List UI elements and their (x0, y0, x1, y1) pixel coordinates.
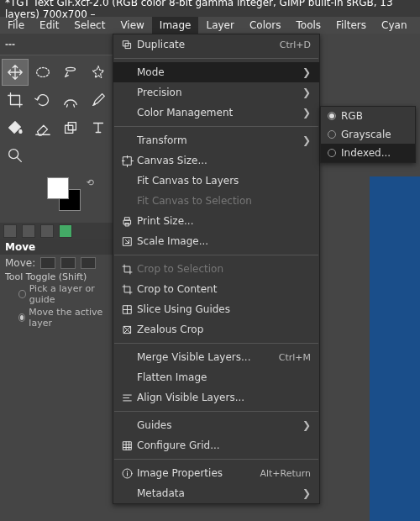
submenu-arrow-icon: ❯ (302, 66, 311, 78)
menu-separator (114, 459, 318, 460)
move-layer-icon[interactable] (40, 257, 55, 269)
move-tool-icon[interactable] (2, 59, 29, 86)
duplicate-icon (117, 39, 137, 51)
zealous-icon (117, 324, 137, 336)
menu-item-label: Transform (137, 134, 296, 146)
move-active-radio[interactable]: Move the active layer (0, 306, 113, 329)
text-tool-icon[interactable] (85, 114, 112, 141)
menu-item-label: Flatten Image (137, 371, 311, 383)
submenu-arrow-icon: ❯ (302, 107, 311, 118)
crop-tool-icon[interactable] (2, 87, 29, 113)
menu-image[interactable]: Image (152, 17, 199, 34)
move-selection-icon[interactable] (60, 257, 76, 269)
menu-item-label: Align Visible Layers... (137, 392, 311, 403)
menu-item-crop-to-content[interactable]: Crop to Content (113, 279, 319, 299)
content-area: ⟲ Move Move: Tool Toggle (Shift) Pick a … (0, 34, 420, 521)
toolbox-drag-handle[interactable] (0, 34, 113, 55)
menu-select[interactable]: Select (66, 17, 113, 34)
menu-windows[interactable]: Windows (415, 17, 420, 34)
fg-color-swatch[interactable] (47, 177, 69, 199)
mode-item-label: Indexed... (341, 147, 391, 159)
menu-item-label: Crop to Selection (137, 263, 311, 275)
swap-colors-icon[interactable]: ⟲ (87, 177, 94, 188)
menu-item-metadata[interactable]: Metadata❯ (113, 483, 319, 503)
menu-file[interactable]: File (0, 17, 32, 34)
brush-tool-icon[interactable] (85, 87, 112, 113)
menu-item-zealous-crop[interactable]: Zealous Crop (113, 319, 319, 339)
mode-item-indexed[interactable]: Indexed... (321, 144, 415, 162)
image-canvas[interactable] (370, 176, 420, 521)
menu-item-label: Mode (137, 66, 296, 78)
tool-toggle-label: Tool Toggle (Shift) (0, 271, 113, 282)
fuzzy-select-tool-icon[interactable] (85, 59, 112, 86)
radio-icon (328, 112, 336, 120)
menu-separator (114, 255, 318, 255)
menu-tools[interactable]: Tools (289, 17, 329, 34)
rotate-tool-icon[interactable] (29, 87, 56, 113)
eraser-tool-icon[interactable] (29, 114, 56, 141)
move-label: Move: (5, 257, 35, 269)
menu-colors[interactable]: Colors (242, 17, 289, 34)
svg-point-3 (9, 150, 18, 159)
menu-item-canvas-size[interactable]: Canvas Size... (113, 150, 319, 171)
menu-item-accel: Ctrl+D (280, 39, 311, 50)
menu-item-label: Configure Grid... (137, 439, 311, 451)
radio-icon (328, 149, 336, 157)
image-menu-dropdown: DuplicateCtrl+DMode❯Precision❯Color Mana… (113, 34, 320, 504)
menu-item-fit-canvas-to-selection: Fit Canvas to Selection (113, 191, 319, 211)
menu-separator (114, 343, 318, 344)
menu-item-precision[interactable]: Precision❯ (113, 82, 319, 103)
menu-item-flatten-image[interactable]: Flatten Image (113, 367, 319, 387)
menu-edit[interactable]: Edit (32, 17, 66, 34)
tool-grid (0, 55, 113, 172)
menu-item-guides[interactable]: Guides❯ (113, 415, 319, 435)
menu-item-label: Duplicate (137, 39, 280, 50)
menu-item-mode[interactable]: Mode❯ (113, 62, 319, 82)
menu-cyan[interactable]: Cyan (374, 17, 414, 34)
menu-layer[interactable]: Layer (198, 17, 241, 34)
menu-item-merge-visible-layers[interactable]: Merge Visible Layers...Ctrl+M (113, 347, 319, 367)
menu-item-scale-image[interactable]: Scale Image... (113, 231, 319, 251)
menu-item-label: Metadata (137, 487, 296, 499)
dock-tab[interactable] (3, 224, 17, 238)
menu-item-configure-grid[interactable]: Configure Grid... (113, 435, 319, 455)
mode-item-rgb[interactable]: RGB (321, 107, 415, 125)
menu-item-accel: Alt+Return (260, 468, 311, 479)
menu-item-slice-using-guides[interactable]: Slice Using Guides (113, 299, 319, 319)
radio-icon (328, 130, 336, 139)
menu-item-align-visible-layers[interactable]: Align Visible Layers... (113, 387, 319, 408)
menu-item-label: Precision (137, 87, 296, 98)
lasso-tool-icon[interactable] (57, 59, 84, 86)
clone-tool-icon[interactable] (57, 114, 84, 141)
print-icon (117, 215, 137, 228)
menu-item-transform[interactable]: Transform❯ (113, 130, 319, 150)
move-path-icon[interactable] (81, 257, 96, 269)
info-icon (117, 467, 137, 480)
menu-item-label: Print Size... (137, 215, 311, 227)
submenu-arrow-icon: ❯ (302, 87, 311, 98)
menu-item-image-properties[interactable]: Image PropertiesAlt+Return (113, 463, 319, 483)
menu-item-label: Canvas Size... (137, 155, 311, 166)
pick-layer-radio[interactable]: Pick a layer or guide (0, 282, 113, 306)
window-titlebar: *TGT Text GIF.xcf-2.0 (RGB color 8-bit g… (0, 0, 420, 17)
dock-tab[interactable] (40, 224, 54, 238)
dock-tab[interactable] (22, 224, 35, 238)
menu-item-print-size[interactable]: Print Size... (113, 211, 319, 231)
dock-tab[interactable] (59, 224, 72, 238)
menu-filters[interactable]: Filters (328, 17, 374, 34)
mode-item-grayscale[interactable]: Grayscale (321, 125, 415, 144)
svg-rect-7 (123, 220, 130, 224)
color-swatches[interactable]: ⟲ (47, 177, 87, 218)
menubar: FileEditSelectViewImageLayerColorsToolsF… (0, 17, 420, 34)
zoom-tool-icon[interactable] (2, 142, 29, 169)
warp-tool-icon[interactable] (57, 87, 84, 113)
menu-item-color-management[interactable]: Color Management❯ (113, 103, 319, 123)
menu-view[interactable]: View (113, 17, 151, 34)
bucket-tool-icon[interactable] (2, 114, 29, 141)
menu-item-duplicate[interactable]: DuplicateCtrl+D (113, 34, 319, 55)
menu-item-label: Image Properties (137, 467, 260, 479)
menu-item-fit-canvas-to-layers[interactable]: Fit Canvas to Layers (113, 171, 319, 191)
menu-item-label: Slice Using Guides (137, 303, 311, 315)
mode-submenu: RGBGrayscaleIndexed... (320, 106, 416, 163)
rect-select-tool-icon[interactable] (29, 59, 56, 86)
